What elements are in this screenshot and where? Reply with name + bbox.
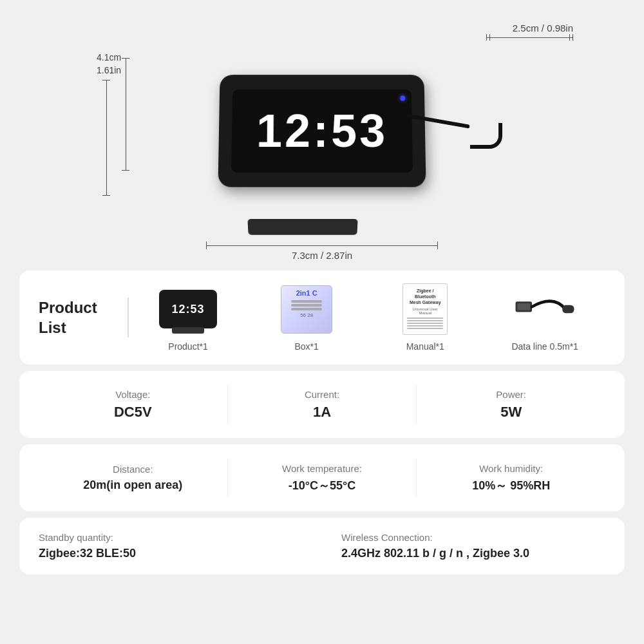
product-manual-label: Manual*1 [406, 341, 444, 352]
depth-line [486, 37, 570, 38]
product-item-manual: Zigbee / BluetoothMesh Gateway Universal… [393, 283, 457, 352]
spec-humidity-label: Work humidity: [479, 463, 543, 474]
specs-row1-card: Voltage: DC5V Current: 1A Power: 5W [19, 371, 625, 438]
mini-manual: Zigbee / BluetoothMesh Gateway Universal… [402, 283, 448, 335]
spec-power-label: Power: [496, 389, 526, 400]
product-manual-img: Zigbee / BluetoothMesh Gateway Universal… [393, 283, 457, 335]
spec-voltage: Voltage: DC5V [39, 389, 227, 421]
spec-distance-value: 20m(in open area) [83, 478, 182, 492]
mini-box-logo: 2in1 C [296, 289, 317, 297]
clock-body: 12:53 [218, 75, 426, 187]
clock-stand [247, 219, 357, 235]
product-list-title: Product List [39, 298, 129, 337]
spec-wireless-value: 2.4GHz 802.11 b / g / n , Zigbee 3.0 [341, 547, 529, 560]
product-list-items: 12:53 Product*1 2in1 C [129, 283, 605, 352]
device-container: 12:53 [200, 42, 444, 222]
spec-power: Power: 5W [417, 389, 605, 421]
cable-svg [513, 283, 577, 335]
svg-rect-2 [562, 305, 574, 314]
spec-humidity: Work humidity: 10%～ 95%RH [417, 463, 605, 493]
spec-temp-value: -10°C～55°C [289, 478, 355, 493]
height-measurement: 4.1cm 1.61in [97, 52, 121, 196]
clock-cable-curve [470, 123, 502, 149]
specs-row3-card: Standby quantity: Zigbee:32 BLE:50 Wirel… [19, 518, 625, 574]
clock-led [400, 95, 405, 100]
width-measurement: 7.3cm / 2.87in [206, 245, 438, 261]
spec-standby: Standby quantity: Zigbee:32 BLE:50 [39, 532, 303, 560]
page: 4.1cm 1.61in 2.5cm / 0.98in 12:53 [0, 0, 644, 644]
spec-temp: Work temperature: -10°C～55°C [228, 463, 417, 493]
product-clock-img: 12:53 [156, 283, 220, 335]
width-line [206, 245, 438, 246]
product-item-box: 2in1 C 56 28 Box*1 [274, 283, 339, 352]
product-box-label: Box*1 [294, 341, 318, 352]
spec-current: Current: 1A [228, 389, 417, 421]
bottom-section: Product List 12:53 Product*1 [19, 270, 625, 574]
spec-wireless: Wireless Connection: 2.4GHz 802.11 b / g… [341, 532, 605, 560]
mini-clock: 12:53 [159, 290, 217, 328]
height-line [126, 58, 126, 171]
spec-power-value: 5W [500, 404, 522, 421]
mini-box: 2in1 C 56 28 [281, 285, 332, 334]
spec-voltage-label: Voltage: [115, 389, 150, 400]
product-clock-label: Product*1 [168, 341, 207, 352]
mini-box-lines [285, 300, 328, 310]
spec-standby-value: Zigbee:32 BLE:50 [39, 547, 136, 560]
height-label: 4.1cm 1.61in [97, 52, 121, 77]
spec-temp-label: Work temperature: [282, 463, 362, 474]
spec-standby-label: Standby quantity: [39, 532, 113, 543]
product-box-img: 2in1 C 56 28 [274, 283, 339, 335]
spec-voltage-value: DC5V [114, 404, 152, 421]
depth-label: 2.5cm / 0.98in [513, 23, 573, 33]
svg-rect-1 [517, 303, 530, 310]
product-cable-img [513, 283, 577, 335]
top-section: 4.1cm 1.61in 2.5cm / 0.98in 12:53 [0, 0, 644, 270]
clock-screen: 12:53 [231, 89, 413, 173]
spec-current-value: 1A [313, 404, 331, 421]
product-list-card: Product List 12:53 Product*1 [19, 270, 625, 365]
spec-wireless-label: Wireless Connection: [341, 532, 433, 543]
spec-distance-label: Distance: [113, 464, 153, 475]
product-cable-label: Data line 0.5m*1 [511, 341, 578, 352]
width-label: 7.3cm / 2.87in [292, 250, 352, 261]
mini-clock-time: 12:53 [172, 303, 205, 316]
spec-distance: Distance: 20m(in open area) [39, 464, 227, 492]
mini-clock-stand [172, 327, 204, 334]
product-item-clock: 12:53 Product*1 [156, 283, 220, 352]
specs-row2-card: Distance: 20m(in open area) Work tempera… [19, 444, 625, 511]
mini-manual-title: Zigbee / BluetoothMesh Gateway [406, 288, 444, 305]
product-item-cable: Data line 0.5m*1 [511, 283, 578, 352]
spec-humidity-value: 10%～ 95%RH [472, 478, 550, 493]
depth-measurement: 2.5cm / 0.98in [489, 19, 573, 38]
clock-time: 12:53 [256, 104, 388, 157]
spec-current-label: Current: [305, 389, 339, 400]
